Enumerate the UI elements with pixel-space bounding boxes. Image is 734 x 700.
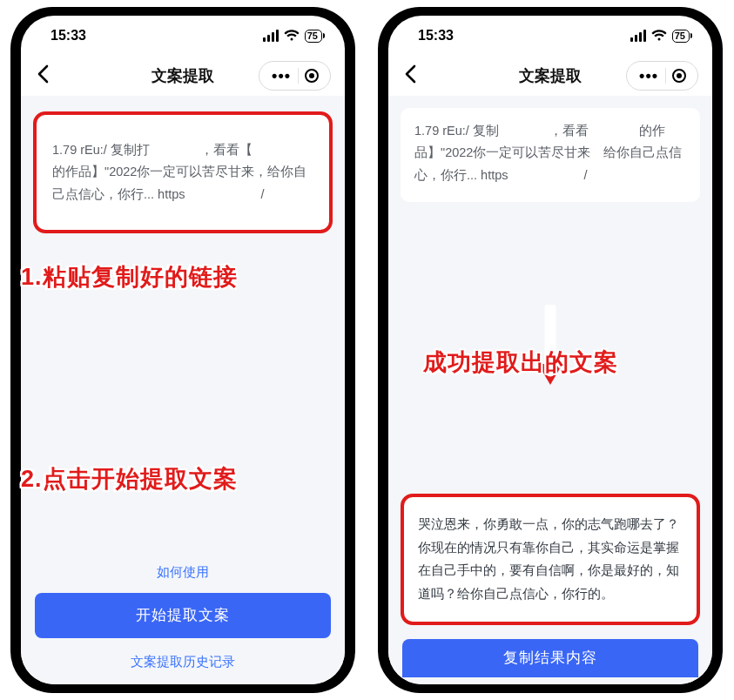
close-mini-icon[interactable] [666,68,692,84]
extracted-text: 哭泣恩来，你勇敢一点，你的志气跑哪去了？你现在的情况只有靠你自己，其实命运是掌握… [418,513,683,606]
input-card[interactable]: 1.79 rEu:/ 复制 ，看看 的作品】"2022你一定可以苦尽甘来 给你自… [401,108,700,202]
phone-frame-left: 15:33 75 文案提取 ••• [10,7,355,693]
status-time: 15:33 [418,28,454,44]
capsule-menu: ••• [259,61,331,91]
phone-frame-right: 15:33 75 文案提取 ••• [378,7,723,693]
status-bar: 15:33 75 [21,16,345,56]
content-area: 1.79 rEu:/ 复制打 ，看看【 的作品】"2022你一定可以苦尽甘来，给… [21,96,345,684]
capsule-menu: ••• [626,61,698,91]
status-indicators: 75 [630,30,690,43]
more-icon[interactable]: ••• [265,67,298,85]
back-button[interactable] [37,64,61,87]
signal-icon [630,30,646,42]
link-input[interactable]: 1.79 rEu:/ 复制 ，看看 的作品】"2022你一定可以苦尽甘来 给你自… [414,120,686,186]
battery-icon: 75 [305,30,322,43]
start-extract-button[interactable]: 开始提取文案 [35,593,331,638]
signal-icon [263,30,279,42]
close-mini-icon[interactable] [299,68,325,84]
screen: 15:33 75 文案提取 ••• [388,16,712,684]
nav-bar: 文案提取 ••• [21,56,345,96]
back-button[interactable] [404,64,428,87]
wifi-icon [651,30,667,42]
history-link[interactable]: 文案提取历史记录 [21,638,345,677]
svg-point-1 [309,73,314,78]
screen: 15:33 75 文案提取 ••• [21,16,345,684]
arrow-down-icon [533,305,568,388]
status-indicators: 75 [263,30,322,43]
link-input[interactable]: 1.79 rEu:/ 复制打 ，看看【 的作品】"2022你一定可以苦尽甘来，给… [52,139,313,205]
more-icon[interactable]: ••• [632,67,665,85]
how-to-link[interactable]: 如何使用 [21,552,345,593]
input-card[interactable]: 1.79 rEu:/ 复制打 ，看看【 的作品】"2022你一定可以苦尽甘来，给… [33,111,333,233]
svg-point-3 [677,73,682,78]
battery-icon: 75 [672,30,690,43]
status-time: 15:33 [51,28,86,44]
content-area: 1.79 rEu:/ 复制 ，看看 的作品】"2022你一定可以苦尽甘来 给你自… [388,96,712,684]
copy-result-button[interactable]: 复制结果内容 [402,639,698,677]
wifi-icon [284,30,300,42]
nav-bar: 文案提取 ••• [388,56,712,96]
status-bar: 15:33 75 [388,16,712,56]
result-card: 哭泣恩来，你勇敢一点，你的志气跑哪去了？你现在的情况只有靠你自己，其实命运是掌握… [401,494,700,625]
